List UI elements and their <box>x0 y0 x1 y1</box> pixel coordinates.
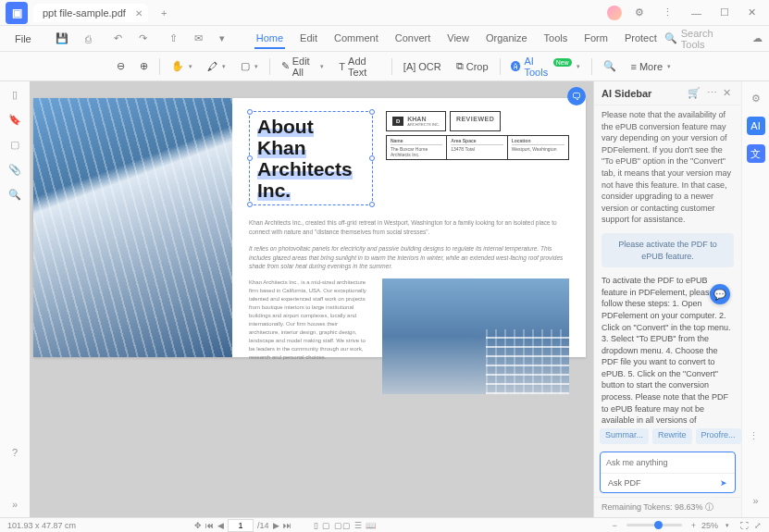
meta-table: NameThe Boxcar Home Architects Inc. Area… <box>386 135 569 160</box>
chip-rewrite[interactable]: Rewrite <box>652 428 692 444</box>
document-tab[interactable]: ppt file-sample.pdf ✕ <box>33 4 148 22</box>
crop-button[interactable]: ⧉ Crop <box>451 57 494 75</box>
view-scroll-icon[interactable]: ☰ <box>354 521 362 530</box>
zoom-in-button[interactable]: ⊕ <box>134 57 154 75</box>
tab-comment[interactable]: Comment <box>332 29 380 49</box>
last-page-icon[interactable]: ⏭ <box>283 521 291 530</box>
chevron-right-icon[interactable]: » <box>12 499 18 510</box>
minimize-button[interactable]: — <box>686 4 707 22</box>
ai-float-button[interactable]: 🗨 <box>567 87 586 105</box>
headline-2: Architects Inc. <box>257 158 353 201</box>
kebab-icon[interactable]: ⋮ <box>657 3 678 22</box>
settings-icon[interactable]: ⚙ <box>747 89 765 107</box>
translate-icon[interactable]: 文 <box>747 144 765 163</box>
save-icon[interactable]: 💾 <box>50 31 74 46</box>
sidebar-menu-icon[interactable]: ⋯ <box>704 87 720 99</box>
tab-label: ppt file-sample.pdf <box>43 7 126 19</box>
edit-all-button[interactable]: ✎ Edit All▾ <box>276 53 330 80</box>
app-icon: ▣ <box>6 2 28 24</box>
redo-icon[interactable]: ↷ <box>133 31 153 46</box>
view-single-icon[interactable]: ▯ <box>314 521 318 530</box>
tab-protect[interactable]: Protect <box>623 29 659 49</box>
paragraph-3: Khan Architects Inc., is a mid-sized arc… <box>249 278 369 394</box>
tab-organize[interactable]: Organize <box>484 29 529 49</box>
gift-icon[interactable]: ⚙ <box>629 3 650 22</box>
ocr-button[interactable]: [A] OCR <box>398 58 447 75</box>
tab-convert[interactable]: Convert <box>393 29 433 49</box>
fullscreen-icon[interactable]: ⤢ <box>754 521 762 530</box>
maximize-button[interactable]: ☐ <box>714 3 735 22</box>
dropdown-icon[interactable]: ▾ <box>214 31 230 46</box>
find-icon[interactable]: 🔍 <box>8 189 21 201</box>
shape-tool[interactable]: ▢▾ <box>235 57 264 75</box>
move-icon[interactable]: ✥ <box>194 521 202 530</box>
document-canvas[interactable]: 🗨 About Khan Architects Inc. D <box>30 81 593 517</box>
sidebar-title: AI Sidebar <box>602 88 684 99</box>
tab-edit[interactable]: Edit <box>298 29 319 49</box>
ai-tools-button[interactable]: 🅐 AI ToolsNew▾ <box>505 53 585 80</box>
undo-icon[interactable]: ↶ <box>108 31 128 46</box>
view-continuous-icon[interactable]: ▢ <box>322 521 330 530</box>
ai-chat-bubble[interactable]: 💬 <box>710 284 730 304</box>
secondary-image <box>382 278 569 394</box>
page-total: /14 <box>257 521 269 530</box>
tokens-remaining: Remaining Tokens: 98.63% ⓘ <box>594 497 741 517</box>
file-menu[interactable]: File <box>7 31 39 46</box>
account-avatar[interactable] <box>607 6 622 20</box>
pdf-page: About Khan Architects Inc. D KHAN ARCHIT… <box>33 98 586 357</box>
page-icon[interactable]: ▯ <box>12 89 18 101</box>
hero-image <box>33 98 232 357</box>
expand-rail-icon[interactable]: » <box>747 491 765 510</box>
text-selection-box[interactable]: About Khan Architects Inc. <box>249 111 373 205</box>
close-window-button[interactable]: ✕ <box>742 3 762 22</box>
ai-sidebar: AI Sidebar 🛒 ⋯ ✕ Please note that the av… <box>593 81 741 517</box>
reviewed-badge: REVIEWED <box>450 111 501 131</box>
search-tools[interactable]: 🔍 Search Tools <box>664 28 741 50</box>
prev-page-icon[interactable]: ◀ <box>217 521 224 530</box>
ai-highlight: Please activate the PDF to ePUB feature. <box>602 233 734 267</box>
cart-icon[interactable]: 🛒 <box>684 87 704 99</box>
page-input[interactable] <box>228 519 254 532</box>
help-icon[interactable]: ? <box>12 447 18 458</box>
ai-icon[interactable]: AI <box>747 117 765 135</box>
tab-view[interactable]: View <box>445 29 471 49</box>
bookmark-icon[interactable]: 🔖 <box>8 114 21 126</box>
sidebar-close-icon[interactable]: ✕ <box>720 87 734 99</box>
close-icon[interactable]: ✕ <box>135 8 143 19</box>
search-button[interactable]: 🔍 <box>598 57 622 75</box>
paragraph-1: Khan Architects Inc., created this off-g… <box>249 218 569 237</box>
hand-tool[interactable]: ✋▾ <box>166 57 198 75</box>
tab-home[interactable]: Home <box>254 29 285 49</box>
tab-tools[interactable]: Tools <box>542 29 570 49</box>
read-mode-icon[interactable]: 📖 <box>366 521 376 530</box>
paragraph-2: It relies on photovoltaic panels for ele… <box>249 244 569 271</box>
zoom-slider[interactable] <box>626 524 682 526</box>
ai-input[interactable] <box>601 452 735 473</box>
next-page-icon[interactable]: ▶ <box>273 521 279 530</box>
view-two-icon[interactable]: ▢▢ <box>334 521 351 530</box>
more-button[interactable]: ≡ More▾ <box>626 58 676 75</box>
left-sidebar: ▯ 🔖 ▢ 📎 🔍 ? » <box>0 81 30 517</box>
zoom-in-icon[interactable]: + <box>691 521 696 530</box>
zoom-out-button[interactable]: ⊖ <box>111 57 130 75</box>
fit-icon[interactable]: ⛶ <box>740 521 749 530</box>
mail-icon[interactable]: ✉ <box>189 31 208 46</box>
chip-proofread[interactable]: Proofre... <box>696 428 741 444</box>
highlighter-tool[interactable]: 🖍▾ <box>202 58 231 75</box>
ask-pdf-label[interactable]: Ask PDF <box>608 478 641 488</box>
new-tab-button[interactable]: + <box>155 6 172 20</box>
first-page-icon[interactable]: ⏮ <box>205 521 214 530</box>
tab-form[interactable]: Form <box>582 29 610 49</box>
add-text-button[interactable]: T Add Text <box>333 53 386 80</box>
attachment-icon[interactable]: 📎 <box>8 164 21 176</box>
chip-summarize[interactable]: Summar... <box>600 428 649 444</box>
chip-more-icon[interactable]: ⋮ <box>745 428 763 444</box>
zoom-out-icon[interactable]: − <box>612 521 616 530</box>
print-icon[interactable]: ⎙ <box>80 31 97 46</box>
thumbnail-icon[interactable]: ▢ <box>10 139 19 151</box>
send-icon[interactable]: ➤ <box>720 478 727 488</box>
share-icon[interactable]: ⇧ <box>164 31 183 46</box>
main-menu: File 💾 ⎙ ↶ ↷ ⇧ ✉ ▾ Home Edit Comment Con… <box>0 26 769 52</box>
cloud-icon[interactable]: ☁ <box>747 31 768 46</box>
statusbar: 101.93 x 47.87 cm ✥ ⏮ ◀ /14 ▶ ⏭ ▯ ▢ ▢▢ ☰… <box>0 517 769 532</box>
